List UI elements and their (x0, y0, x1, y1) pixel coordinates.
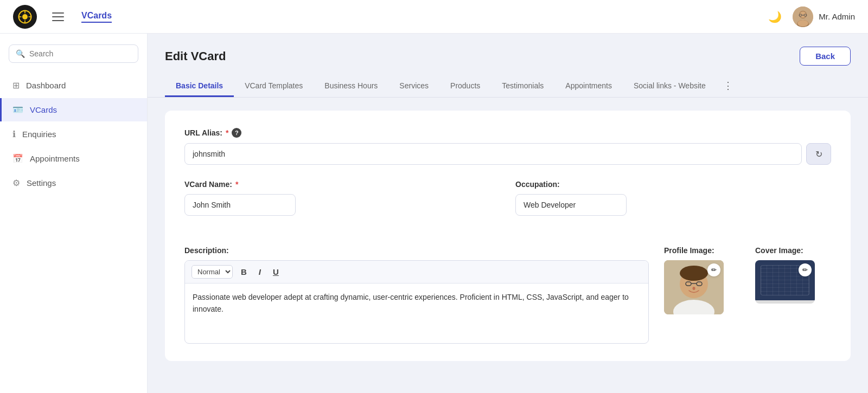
description-label: Description: (184, 246, 649, 255)
profile-image-preview: ✏ (664, 260, 724, 314)
url-alias-field-group: URL Alias: * ? ↻ (184, 128, 831, 165)
cover-image-label: Cover Image: (755, 246, 831, 255)
enquiries-icon: ℹ (12, 129, 16, 139)
profile-image-col: Profile Image: (664, 246, 740, 344)
cover-image-preview: ✏ (755, 260, 815, 304)
occupation-input[interactable] (515, 194, 627, 216)
sidebar-item-enquiries[interactable]: ℹ Enquiries (0, 123, 147, 146)
required-indicator: * (226, 128, 228, 137)
sidebar-search-wrap[interactable]: 🔍 (9, 44, 138, 63)
sidebar-item-label: VCards (30, 105, 57, 114)
sidebar-item-vcards[interactable]: 🪪 VCards (0, 98, 147, 121)
page-header: Edit VCard Back (148, 34, 868, 66)
cover-image-col: Cover Image: ✏ (755, 246, 831, 344)
text-style-select[interactable]: Normal (192, 265, 233, 279)
description-editor: Normal B I U Passionate web developer ad… (184, 260, 649, 344)
topnav-right: 🌙 Mr. Admin (768, 7, 855, 27)
sidebar-nav: ⊞ Dashboard 🪪 VCards ℹ Enquiries 📅 Appoi… (0, 74, 147, 195)
bold-button[interactable]: B (237, 266, 251, 278)
vcard-name-field-group: VCard Name: * (184, 180, 500, 216)
topnav: VCards 🌙 Mr. Admin (0, 0, 868, 34)
required-indicator: * (235, 180, 238, 189)
nav-title[interactable]: VCards (81, 11, 112, 23)
sidebar-item-label: Appointments (30, 154, 80, 163)
tabs-more-button[interactable]: ⋮ (717, 74, 739, 97)
search-icon: 🔍 (16, 49, 25, 58)
url-alias-input[interactable] (184, 143, 802, 165)
description-col: Description: Normal B I U Passionate web… (184, 246, 649, 344)
profile-image-label: Profile Image: (664, 246, 740, 255)
name-occupation-row: VCard Name: * Occupation: (184, 180, 831, 231)
appointments-icon: 📅 (12, 153, 23, 164)
svg-point-18 (680, 266, 708, 281)
settings-icon: ⚙ (12, 178, 20, 188)
hamburger-button[interactable] (52, 12, 64, 21)
page-title: Edit VCard (165, 49, 226, 63)
dark-mode-toggle[interactable]: 🌙 (768, 10, 782, 23)
avatar (793, 7, 813, 27)
editor-toolbar: Normal B I U (185, 261, 648, 284)
underline-button[interactable]: U (269, 266, 283, 278)
tabs-bar: Basic Details VCard Templates Business H… (148, 66, 868, 98)
occupation-field-group: Occupation: (515, 180, 831, 216)
logo[interactable] (13, 5, 37, 29)
sidebar-item-appointments[interactable]: 📅 Appointments (0, 147, 147, 170)
profile-image-edit-button[interactable]: ✏ (707, 263, 720, 276)
main-content: Edit VCard Back Basic Details VCard Temp… (148, 34, 868, 393)
sidebar-item-label: Dashboard (26, 81, 66, 90)
vcards-icon: 🪪 (12, 105, 23, 115)
svg-point-23 (693, 287, 695, 290)
help-icon[interactable]: ? (232, 128, 241, 138)
bottom-section: Description: Normal B I U Passionate web… (184, 246, 831, 344)
dashboard-icon: ⊞ (12, 80, 20, 91)
tab-basic-details[interactable]: Basic Details (165, 76, 234, 97)
sidebar-item-label: Settings (27, 178, 56, 188)
tab-social-links[interactable]: Social links - Website (623, 76, 717, 97)
url-alias-label: URL Alias: * ? (184, 128, 831, 138)
tab-appointments[interactable]: Appointments (554, 76, 623, 97)
svg-point-2 (22, 14, 28, 20)
sidebar-item-dashboard[interactable]: ⊞ Dashboard (0, 74, 147, 97)
tab-testimonials[interactable]: Testimonials (491, 76, 554, 97)
admin-name-label: Mr. Admin (819, 12, 855, 21)
user-menu[interactable]: Mr. Admin (793, 7, 855, 27)
search-input[interactable] (29, 49, 131, 58)
vcard-name-label: VCard Name: * (184, 180, 500, 189)
sidebar-item-settings[interactable]: ⚙ Settings (0, 171, 147, 195)
tab-products[interactable]: Products (439, 76, 491, 97)
refresh-button[interactable]: ↻ (806, 143, 831, 165)
tab-services[interactable]: Services (388, 76, 439, 97)
tab-vcard-templates[interactable]: VCard Templates (234, 76, 314, 97)
sidebar-item-label: Enquiries (22, 130, 56, 139)
description-content[interactable]: Passionate web developer adept at crafti… (185, 284, 648, 343)
content-area: URL Alias: * ? ↻ VCard Name: * (165, 111, 851, 361)
svg-point-11 (797, 20, 808, 27)
back-button[interactable]: Back (800, 47, 851, 66)
vcard-name-input[interactable] (184, 194, 296, 216)
svg-point-10 (800, 11, 806, 18)
italic-button[interactable]: I (255, 266, 265, 278)
url-alias-input-wrap: ↻ (184, 143, 831, 165)
sidebar: 🔍 ⊞ Dashboard 🪪 VCards ℹ Enquiries 📅 App… (0, 34, 148, 393)
tab-business-hours[interactable]: Business Hours (314, 76, 388, 97)
cover-image-edit-button[interactable]: ✏ (799, 263, 812, 276)
occupation-label: Occupation: (515, 180, 831, 189)
